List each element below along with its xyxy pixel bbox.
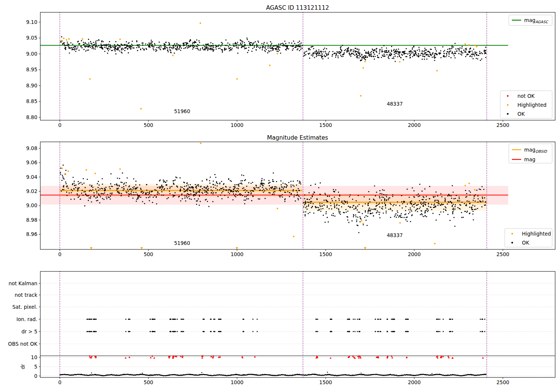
y-tick-label: 9.06 — [26, 159, 37, 165]
not-ok-dr-points — [89, 355, 484, 359]
obsid-annotation: 48337 — [387, 232, 403, 238]
legend-label: OK — [517, 111, 525, 117]
x-tick-label: 1500 — [319, 251, 332, 257]
flag-category-label: dr > 5 — [21, 329, 37, 335]
chart1-title: AGASC ID 113121112 — [266, 4, 329, 11]
legend-label: mag — [524, 156, 535, 162]
legend-label: not OK — [517, 93, 535, 99]
x-tick-label: 500 — [144, 122, 153, 128]
flag-category-label: Sat. pixel. — [12, 304, 37, 310]
y-tick-label: 8.96 — [26, 231, 37, 237]
x-tick-label: 1000 — [231, 379, 243, 385]
x-tick-label: 2500 — [497, 122, 509, 128]
obsid-annotation: 48337 — [387, 101, 403, 107]
highlighted-points — [60, 22, 477, 110]
dr-trace — [59, 372, 486, 376]
x-tick-label: 2000 — [408, 122, 420, 128]
flag-category-label: OBS not OK — [8, 341, 38, 347]
flag-category-label: Ion. rad. — [16, 316, 37, 322]
legend-marker-swatch — [507, 95, 509, 97]
legend-marker-swatch — [511, 233, 513, 235]
x-tick-label: 2000 — [408, 379, 420, 385]
chart2-title: Magnitude Estimates — [267, 134, 328, 141]
panel-flags: 05001000150020002500not Kalmannot trackS… — [8, 271, 555, 385]
dr-axis-label: dr — [20, 364, 26, 369]
y-tick-label: 9.05 — [26, 35, 37, 41]
x-tick-label: 1500 — [319, 122, 332, 128]
y-tick-label: 9.00 — [26, 202, 37, 208]
flag-category-label: not track — [15, 292, 37, 298]
legend-marker-swatch — [511, 242, 513, 244]
y-tick-label: 9.02 — [26, 188, 37, 194]
clipped-low-marker — [236, 247, 238, 249]
flag-category-label: not Kalman — [9, 280, 37, 286]
x-tick-label: 1000 — [231, 122, 243, 128]
x-tick-label: 0 — [58, 251, 62, 257]
dr-tick-label: 0 — [34, 373, 37, 379]
obsid-annotation: 51960 — [174, 108, 190, 114]
x-tick-label: 0 — [58, 122, 62, 128]
x-tick-label: 500 — [144, 251, 153, 257]
flag-points — [87, 319, 486, 332]
legend-label: OK — [522, 240, 530, 246]
ok-points — [60, 36, 486, 62]
clipped-low-marker — [364, 247, 367, 249]
x-tick-label: 1500 — [319, 379, 332, 385]
figure: 5196048337050010001500200025008.808.858.… — [0, 0, 560, 392]
panel-magnitude-estimates: 5196048337050010001500200025008.968.989.… — [26, 142, 555, 257]
clipped-low-marker — [140, 247, 143, 249]
axes-frame — [40, 271, 555, 377]
x-tick-label: 500 — [144, 379, 153, 385]
y-tick-label: 8.80 — [26, 114, 37, 120]
x-tick-label: 1000 — [231, 251, 243, 257]
y-tick-label: 9.10 — [26, 19, 37, 25]
y-tick-label: 9.04 — [26, 174, 37, 180]
x-tick-label: 2500 — [497, 379, 509, 385]
dr-tick-label: 10 — [31, 354, 37, 360]
legend-marker-swatch — [507, 104, 509, 106]
obsid-annotation: 51960 — [174, 240, 190, 246]
y-tick-label: 8.95 — [26, 66, 37, 72]
y-tick-label: 9.00 — [26, 51, 37, 57]
chart-canvas: 5196048337050010001500200025008.808.858.… — [0, 0, 560, 392]
panel-agasc: 5196048337050010001500200025008.808.858.… — [26, 12, 555, 128]
x-tick-label: 2500 — [497, 251, 509, 257]
axes-frame — [40, 12, 555, 120]
legend-marker-swatch — [507, 113, 509, 115]
x-tick-label: 0 — [58, 379, 62, 385]
clipped-low-marker — [90, 247, 93, 249]
y-tick-label: 8.98 — [26, 217, 37, 223]
y-tick-label: 9.08 — [26, 145, 37, 151]
y-tick-label: 8.90 — [26, 83, 37, 88]
x-tick-label: 2000 — [408, 251, 420, 257]
legend-label: Highlighted — [522, 231, 551, 237]
y-tick-label: 8.85 — [26, 98, 37, 104]
dr-tick-label: 5 — [34, 364, 37, 370]
legend-label: Highlighted — [517, 102, 547, 108]
